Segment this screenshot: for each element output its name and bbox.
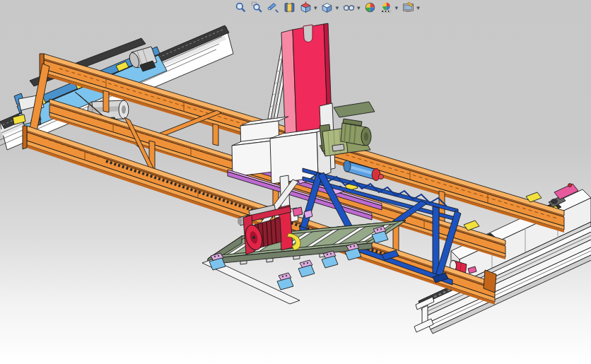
display-style-dropdown-arrow[interactable]: ▾	[357, 1, 361, 14]
cad-viewport[interactable]: ▾ ▾ ▾ ▾ ▾	[0, 0, 591, 364]
cad-model-canvas[interactable]	[0, 0, 591, 364]
apply-scene-icon[interactable]	[380, 1, 393, 14]
zoom-to-area-icon[interactable]	[250, 1, 263, 14]
view-orientation-icon[interactable]	[321, 1, 334, 14]
zoom-to-fit-icon[interactable]	[234, 1, 247, 14]
view-orientation-dropdown-arrow[interactable]: ▾	[336, 1, 339, 14]
section-view-icon[interactable]	[299, 1, 312, 14]
apply-scene-dropdown-arrow[interactable]: ▾	[395, 1, 399, 14]
3d-drawing-view-icon[interactable]	[283, 1, 296, 14]
section-view-dropdown-arrow[interactable]: ▾	[314, 1, 317, 14]
edit-appearance-icon[interactable]	[364, 1, 377, 14]
display-style-icon[interactable]	[342, 1, 355, 14]
view-settings-dropdown-arrow[interactable]: ▾	[416, 1, 420, 14]
view-settings-icon[interactable]	[402, 1, 414, 14]
heads-up-view-toolbar: ▾ ▾ ▾ ▾ ▾	[234, 1, 420, 14]
previous-view-icon[interactable]	[267, 1, 279, 14]
